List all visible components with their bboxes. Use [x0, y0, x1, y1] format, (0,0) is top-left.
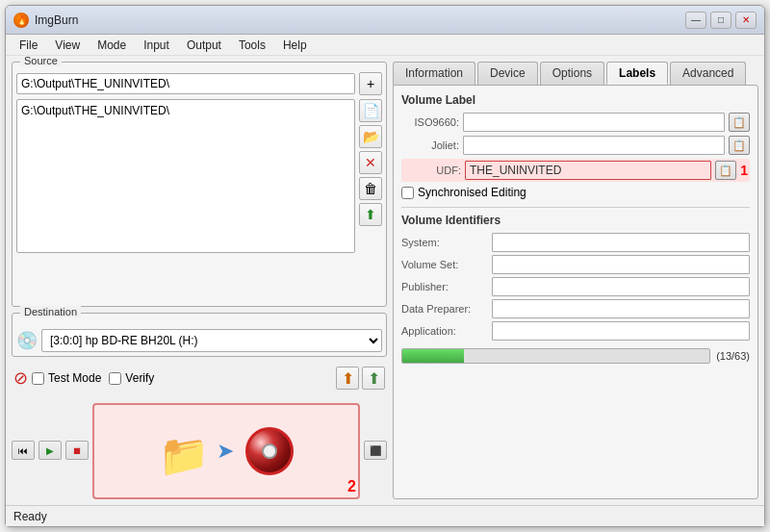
- joliet-input[interactable]: [463, 136, 725, 155]
- app-icon: 🔥: [13, 13, 29, 28]
- stop-button[interactable]: ⏹: [65, 441, 89, 460]
- sync-checkbox[interactable]: [401, 187, 414, 199]
- publisher-row: Publisher:: [401, 277, 750, 296]
- main-content: Source + G:\Output\THE_UNINVITED\ 📄 📂 ✕ …: [6, 56, 764, 505]
- menu-file[interactable]: File: [12, 37, 45, 54]
- verify-checkbox-group: Verify: [109, 371, 154, 385]
- status-text: Ready: [13, 510, 47, 523]
- source-label: Source: [20, 56, 62, 66]
- application-input[interactable]: [492, 321, 750, 341]
- udf-input[interactable]: [465, 161, 711, 180]
- play-button[interactable]: ▶: [38, 441, 62, 460]
- menubar: File View Mode Input Output Tools Help: [6, 35, 764, 56]
- close-button[interactable]: ✕: [735, 12, 757, 29]
- arrow-icon: ➤: [217, 439, 234, 464]
- action-area: ⏮ ▶ ⏹ 📁 ➤ 2 ⬛: [12, 401, 387, 499]
- publisher-label: Publisher:: [401, 281, 488, 292]
- joliet-copy-button[interactable]: 📋: [729, 136, 750, 155]
- verify-checkbox[interactable]: [109, 372, 121, 385]
- clear-button[interactable]: 🗑: [359, 177, 382, 200]
- test-mode-checkbox[interactable]: [32, 372, 44, 385]
- iso9660-copy-button[interactable]: 📋: [729, 113, 750, 132]
- bottom-controls: ⊘ Test Mode Verify ⬆ ⬆: [12, 363, 387, 393]
- burn-number-badge: 2: [347, 478, 356, 495]
- volume-label-title: Volume Label: [401, 93, 750, 107]
- destination-label: Destination: [20, 306, 81, 317]
- application-row: Application:: [401, 321, 750, 341]
- tab-labels[interactable]: Labels: [606, 62, 668, 85]
- right-panel: Information Device Options Labels Advanc…: [393, 62, 758, 499]
- system-input[interactable]: [492, 233, 750, 252]
- volume-identifiers-title: Volume Identifiers: [401, 214, 750, 227]
- system-label: System:: [401, 237, 488, 248]
- menu-help[interactable]: Help: [275, 37, 315, 54]
- tabs: Information Device Options Labels Advanc…: [393, 62, 758, 85]
- burn-area: 📁 ➤ 2: [92, 403, 360, 499]
- destination-group: Destination 💿 [3:0:0] hp BD-RE BH20L (H:…: [12, 313, 387, 357]
- settings-button[interactable]: ⬆: [336, 367, 359, 390]
- menu-tools[interactable]: Tools: [231, 37, 273, 54]
- titlebar: 🔥 ImgBurn — □ ✕: [6, 6, 764, 35]
- menu-view[interactable]: View: [47, 37, 88, 54]
- menu-input[interactable]: Input: [136, 37, 177, 54]
- sync-label: Synchronised Editing: [418, 186, 526, 199]
- folder-stack-icon: 📁: [159, 432, 205, 470]
- progress-bar-fill: [402, 349, 464, 363]
- source-list[interactable]: G:\Output\THE_UNINVITED\: [16, 99, 355, 253]
- verify-label: Verify: [125, 371, 154, 385]
- browse-file-button[interactable]: 📄: [359, 99, 382, 122]
- minimize-button[interactable]: —: [685, 12, 706, 29]
- joliet-row: Joliet: 📋: [401, 136, 750, 155]
- iso9660-row: ISO9660: 📋: [401, 113, 750, 132]
- window-title: ImgBurn: [35, 13, 78, 27]
- publisher-input[interactable]: [492, 277, 750, 296]
- maximize-button[interactable]: □: [710, 12, 732, 29]
- test-mode-label: Test Mode: [48, 371, 101, 385]
- destination-select[interactable]: [3:0:0] hp BD-RE BH20L (H:): [41, 329, 382, 352]
- source-group: Source + G:\Output\THE_UNINVITED\ 📄 📂 ✕ …: [12, 62, 387, 307]
- volume-identifiers-fields: System: Volume Set: Publisher: Data Prep…: [401, 233, 750, 341]
- browse-folder-button[interactable]: 📂: [359, 125, 382, 148]
- labels-tab-content: Volume Label ISO9660: 📋 Joliet: 📋 UDF:: [393, 85, 758, 499]
- source-input[interactable]: [16, 73, 355, 94]
- add-source-button[interactable]: +: [359, 72, 382, 95]
- joliet-label: Joliet:: [401, 139, 459, 151]
- main-window: 🔥 ImgBurn — □ ✕ File View Mode Input Out…: [5, 5, 765, 527]
- statusbar: Ready: [6, 505, 764, 526]
- titlebar-left: 🔥 ImgBurn: [13, 13, 78, 28]
- sync-row: Synchronised Editing: [401, 186, 750, 199]
- tab-information[interactable]: Information: [393, 62, 475, 85]
- full-screen-button[interactable]: ⬛: [364, 441, 387, 460]
- udf-badge: 1: [740, 163, 748, 178]
- menu-output[interactable]: Output: [179, 37, 229, 54]
- iso9660-input[interactable]: [463, 113, 725, 132]
- disc-drive-icon: 💿: [16, 330, 38, 351]
- tab-options[interactable]: Options: [540, 62, 604, 85]
- tab-device[interactable]: Device: [477, 62, 538, 85]
- disc-icon: [245, 427, 294, 475]
- volume-set-input[interactable]: [492, 255, 750, 274]
- folder-icon: 📁: [159, 433, 209, 478]
- menu-mode[interactable]: Mode: [90, 37, 134, 54]
- remove-button[interactable]: ✕: [359, 151, 382, 174]
- progress-text: (13/63): [716, 350, 750, 362]
- volume-set-row: Volume Set:: [401, 255, 750, 274]
- test-mode-checkbox-group: Test Mode: [32, 371, 101, 385]
- go-up-button[interactable]: ⬆: [359, 203, 382, 226]
- skip-back-button[interactable]: ⏮: [12, 441, 35, 460]
- titlebar-controls: — □ ✕: [685, 12, 757, 29]
- progress-bar-background: [401, 348, 710, 364]
- test-mode-icon: ⊘: [13, 367, 28, 389]
- source-path-display: G:\Output\THE_UNINVITED\: [21, 104, 169, 117]
- source-action-buttons: 📄 📂 ✕ 🗑 ⬆: [359, 99, 382, 253]
- divider: [401, 207, 750, 208]
- data-preparer-input[interactable]: [492, 299, 750, 318]
- tab-advanced[interactable]: Advanced: [670, 62, 746, 85]
- udf-copy-button[interactable]: 📋: [715, 161, 736, 180]
- info-button[interactable]: ⬆: [362, 367, 385, 390]
- application-label: Application:: [401, 325, 488, 337]
- data-preparer-row: Data Preparer:: [401, 299, 750, 318]
- udf-row: UDF: 📋 1: [401, 159, 750, 182]
- data-preparer-label: Data Preparer:: [401, 303, 488, 315]
- system-row: System:: [401, 233, 750, 252]
